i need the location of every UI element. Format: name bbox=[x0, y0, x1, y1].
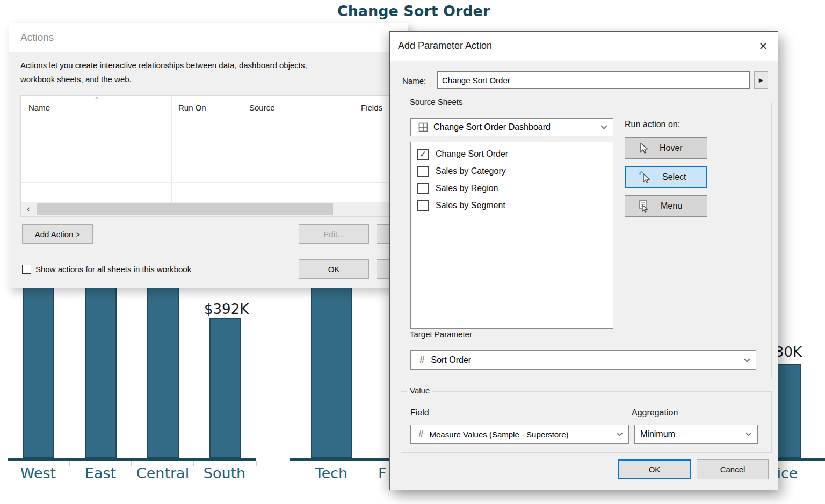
actions-description-line1: Actions let you create interactive relat… bbox=[20, 59, 396, 72]
axis-tick bbox=[69, 461, 70, 466]
field-value: Measure Values (Sample - Superstore) bbox=[429, 430, 568, 439]
sheet-item-label: Change Sort Order bbox=[436, 149, 508, 159]
sheet-item-label: Sales by Segment bbox=[436, 201, 505, 210]
checkbox-checked[interactable]: ✓ bbox=[417, 149, 429, 160]
checkbox-unchecked[interactable] bbox=[417, 200, 429, 211]
tableau-screen: Change Sort Order $392K West East Centra… bbox=[0, 0, 825, 504]
axis-label-central: Central bbox=[133, 465, 192, 481]
scrollbar-thumb[interactable] bbox=[37, 203, 333, 215]
source-sheets-group-label: Source Sheets bbox=[407, 97, 465, 106]
axis-label-partial-office: fice bbox=[772, 465, 820, 481]
param-ok-button[interactable]: OK bbox=[618, 459, 691, 479]
field-label: Field bbox=[410, 408, 429, 418]
column-header-name[interactable]: Name bbox=[28, 103, 50, 112]
cursor-icon bbox=[638, 142, 649, 154]
column-header-run-on[interactable]: Run On bbox=[178, 103, 206, 112]
number-field-icon: # bbox=[418, 429, 423, 440]
table-row bbox=[21, 122, 408, 122]
column-divider bbox=[244, 96, 244, 202]
bar-tech[interactable] bbox=[311, 283, 352, 458]
axis-label-west: West bbox=[11, 465, 65, 481]
actions-dialog-titlebar[interactable]: Actions bbox=[9, 23, 408, 52]
column-divider bbox=[171, 96, 172, 202]
sheet-item-sales-by-category[interactable]: Sales by Category bbox=[417, 163, 610, 179]
axis-tick bbox=[131, 461, 132, 466]
param-dialog-titlebar[interactable]: Add Parameter Action ✕ bbox=[390, 32, 778, 61]
hover-button-label: Hover bbox=[660, 143, 683, 153]
add-action-button[interactable]: Add Action > bbox=[22, 224, 93, 244]
scroll-left-arrow-icon[interactable]: ‹ bbox=[21, 202, 35, 216]
chevron-down-icon bbox=[617, 432, 623, 436]
aggregation-value: Minimum bbox=[640, 429, 675, 439]
menu-cursor-icon bbox=[638, 200, 650, 213]
sheet-item-sales-by-segment[interactable]: Sales by Segment bbox=[417, 198, 610, 214]
name-expand-button[interactable]: ▶ bbox=[754, 71, 768, 89]
param-cancel-button[interactable]: Cancel bbox=[697, 459, 769, 479]
section-divider bbox=[20, 251, 397, 251]
region-chart-axis bbox=[8, 458, 256, 461]
param-dialog-title: Add Parameter Action bbox=[398, 40, 492, 52]
bar-east[interactable] bbox=[85, 283, 117, 458]
bar-office-value-partial: 30K bbox=[775, 344, 818, 360]
run-on-hover-button[interactable]: Hover bbox=[625, 137, 707, 159]
dashboard-title: Change Sort Order bbox=[247, 3, 580, 19]
show-actions-label: Show actions for all sheets in this work… bbox=[35, 262, 191, 276]
checkbox-unchecked[interactable] bbox=[417, 183, 429, 194]
source-sheet-selector[interactable]: Change Sort Order Dashboard bbox=[410, 118, 613, 136]
cursor-select-icon bbox=[639, 171, 652, 184]
axis-tick bbox=[193, 461, 194, 466]
column-header-fields[interactable]: Fields bbox=[361, 103, 382, 112]
actions-dialog: Actions Actions let you create interacti… bbox=[9, 23, 408, 288]
table-row bbox=[21, 143, 408, 143]
bar-south[interactable] bbox=[209, 318, 241, 458]
aggregation-dropdown[interactable]: Minimum bbox=[634, 425, 758, 444]
close-icon[interactable]: ✕ bbox=[757, 40, 769, 52]
sheet-item-change-sort-order[interactable]: ✓ Change Sort Order bbox=[417, 146, 610, 162]
chevron-down-icon bbox=[746, 432, 752, 436]
select-button-label: Select bbox=[662, 172, 686, 182]
sheet-listbox[interactable]: ✓ Change Sort Order Sales by Category Sa… bbox=[410, 142, 613, 329]
selected-dashboard: Change Sort Order Dashboard bbox=[433, 122, 551, 132]
axis-label-south: South bbox=[198, 465, 251, 481]
show-actions-checkbox[interactable] bbox=[22, 265, 31, 274]
bar-central[interactable] bbox=[147, 283, 179, 458]
name-input[interactable] bbox=[437, 71, 750, 89]
column-divider bbox=[356, 96, 356, 202]
sheet-item-label: Sales by Category bbox=[436, 166, 506, 176]
value-group-label: Value bbox=[407, 386, 432, 395]
actions-dialog-title: Actions bbox=[20, 32, 54, 43]
run-on-menu-button[interactable]: Menu bbox=[625, 195, 707, 217]
run-action-on-label: Run action on: bbox=[625, 120, 680, 129]
actions-ok-button[interactable]: OK bbox=[299, 259, 369, 279]
chevron-down-icon bbox=[600, 125, 607, 129]
actions-description-line2: workbook sheets, and the web. bbox=[20, 72, 396, 86]
table-row bbox=[21, 163, 408, 163]
column-header-source[interactable]: Source bbox=[249, 103, 275, 112]
checkbox-unchecked[interactable] bbox=[417, 166, 429, 177]
table-row bbox=[21, 182, 408, 183]
add-parameter-action-dialog: Add Parameter Action ✕ Name: ▶ Source Sh… bbox=[389, 31, 778, 490]
horizontal-scrollbar[interactable]: ‹ bbox=[21, 202, 407, 216]
target-parameter-group-label: Target Parameter bbox=[407, 330, 475, 339]
axis-tick bbox=[256, 461, 257, 466]
run-on-select-button[interactable]: Select bbox=[625, 166, 707, 188]
chevron-down-icon bbox=[743, 358, 750, 362]
axis-label-east: East bbox=[74, 465, 127, 481]
number-parameter-icon: # bbox=[419, 355, 424, 366]
edit-button[interactable]: Edit... bbox=[299, 224, 369, 244]
bar-west[interactable] bbox=[23, 283, 54, 458]
dashboard-grid-icon bbox=[418, 122, 428, 132]
bar-south-value-label: $392K bbox=[204, 301, 246, 317]
target-parameter-dropdown[interactable]: # Sort Order bbox=[410, 350, 756, 370]
name-label: Name: bbox=[402, 76, 426, 85]
right-triangle-icon: ▶ bbox=[759, 77, 763, 84]
sort-ascending-icon[interactable]: ^ bbox=[95, 95, 98, 103]
axis-label-tech: Tech bbox=[305, 465, 358, 481]
field-dropdown[interactable]: # Measure Values (Sample - Superstore) bbox=[410, 425, 629, 444]
menu-button-label: Menu bbox=[661, 201, 682, 211]
actions-table[interactable]: Name ^ Run On Source Fields ‹ bbox=[20, 95, 408, 217]
sheet-item-sales-by-region[interactable]: Sales by Region bbox=[417, 180, 610, 196]
check-icon: ✓ bbox=[419, 149, 426, 160]
sheet-item-label: Sales by Region bbox=[436, 184, 498, 193]
aggregation-label: Aggregation bbox=[632, 408, 678, 418]
